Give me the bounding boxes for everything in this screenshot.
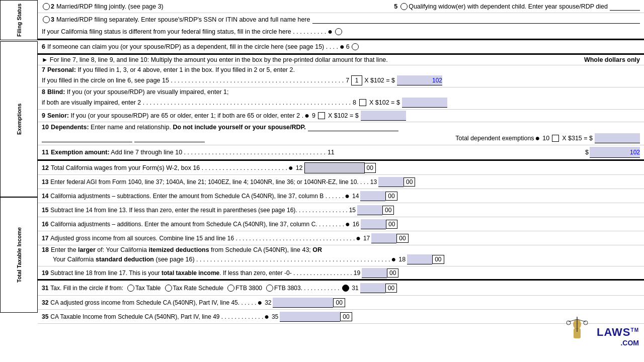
bullet-filled: ● — [328, 27, 333, 36]
row9-multiplier: X $102 = $ — [328, 112, 359, 119]
row7-box[interactable] — [351, 75, 362, 85]
circle-3[interactable] — [43, 16, 50, 23]
row17-linenum: 17 — [363, 235, 370, 242]
row19-text: Subtract line 18 from line 17. This is y… — [50, 269, 352, 277]
row31-num: 31 — [42, 285, 48, 292]
row11-text: Exemption amount: Add line 7 through lin… — [51, 149, 326, 156]
row9-text: Senior: If you (or your spouse/RDP) are … — [47, 112, 303, 119]
row35-text: CA Taxable Income from Schedule CA (540N… — [50, 313, 263, 320]
row9-box[interactable] — [318, 112, 325, 119]
row7-num: 7 — [42, 66, 45, 73]
row10-rel[interactable] — [134, 134, 205, 142]
bullet-17: ● — [356, 234, 361, 243]
row15-linenum: 15 — [349, 207, 356, 214]
row15-amount[interactable] — [357, 205, 382, 215]
row15-num: 15 — [42, 207, 48, 214]
row35-num: 35 — [42, 313, 48, 320]
row13-linenum: 13 — [370, 178, 377, 186]
row2-num: 2 — [51, 3, 54, 10]
row-18: 18 Enter the larger of: Your California … — [38, 245, 644, 266]
row-19: 19 Subtract line 18 from line 17. This i… — [38, 266, 644, 281]
circle-tax-rate[interactable] — [165, 285, 172, 292]
row18-num: 18 — [42, 246, 49, 253]
row3-name-input[interactable] — [312, 16, 640, 24]
row9-result[interactable] — [361, 111, 406, 121]
row7-multiplier: X $102 = $ — [364, 77, 395, 84]
row35-linenum: 35 — [272, 313, 278, 320]
circle-6[interactable] — [352, 43, 359, 50]
row11-num: 11 — [42, 149, 49, 156]
circle-ftb3800[interactable] — [227, 285, 234, 292]
row6-linenum: 6 — [346, 43, 350, 50]
row32-cents: 00 — [333, 298, 345, 307]
row-13: 13 Enter federal AGI from Form 1040, lin… — [38, 175, 644, 189]
row12-amount[interactable] — [304, 162, 365, 173]
row16-num: 16 — [42, 221, 48, 228]
row10-result[interactable] — [595, 133, 640, 143]
row10-linenum: 10 — [542, 135, 549, 142]
row18-text1: Enter the larger of: Your California ite… — [51, 246, 322, 253]
row10-box[interactable] — [552, 135, 559, 142]
row8-num: 8 — [42, 88, 45, 96]
page-container: Filing Status 2 Married/RDP filing joint… — [0, 0, 644, 362]
row8-result[interactable] — [402, 98, 447, 108]
row8-box[interactable] — [359, 99, 366, 106]
row10-multiplier: X $315 = $ — [562, 135, 593, 142]
row12-num: 12 — [42, 164, 49, 171]
circle-5[interactable] — [400, 3, 408, 10]
row16-amount[interactable] — [361, 219, 386, 229]
row32-amount[interactable] — [273, 298, 333, 308]
justice-svg — [564, 314, 591, 347]
row-35: 35 CA Taxable Income from Schedule CA (5… — [38, 310, 644, 324]
circle-3-sub[interactable] — [335, 28, 342, 35]
row13-text: Enter federal AGI from Form 1040, line 3… — [50, 178, 368, 186]
circle-tax-table[interactable] — [127, 285, 134, 292]
row-17: 17 Adjusted gross income from all source… — [38, 231, 644, 245]
row8-text: Blind: If you (or your spouse/RDP) are v… — [47, 88, 229, 96]
row-6: 6 If someone can claim you (or your spou… — [38, 40, 644, 55]
row9-num: 9 — [42, 112, 45, 119]
row16-linenum: 16 — [353, 221, 359, 228]
row19-amount[interactable] — [362, 268, 387, 278]
row31-amount[interactable] — [360, 283, 385, 293]
bullet-10: ● — [535, 134, 540, 143]
row16-cents: 00 — [386, 220, 397, 229]
row5-input[interactable] — [610, 3, 640, 11]
row14-amount[interactable] — [360, 191, 385, 201]
row18-amount[interactable] — [407, 254, 432, 264]
row-16: 16 California adjustments – additions. E… — [38, 217, 644, 231]
row8-multiplier: X $102 = $ — [369, 99, 400, 106]
row7-text: Personal: If you filled in 1, 3, or 4 ab… — [47, 66, 295, 73]
dotcom: .COM — [620, 339, 639, 347]
row11-result[interactable] — [590, 147, 640, 158]
row17-amount[interactable] — [371, 233, 396, 243]
laws-logo-block: LAWSTM .COM — [597, 326, 639, 347]
row-12: 12 Total California wages from your Form… — [38, 161, 644, 175]
circle-31-filled[interactable] — [342, 285, 349, 292]
row10-total-text: Total dependent exemptions — [455, 135, 534, 142]
circle-ftb3803[interactable] — [266, 285, 273, 292]
row32-linenum: 32 — [265, 299, 271, 306]
circle-2[interactable] — [43, 3, 50, 10]
row-7: 7 Personal: If you filled in 1, 3, or 4 … — [38, 65, 644, 87]
dollar-11: $ — [585, 149, 589, 156]
row10-name1[interactable] — [308, 123, 398, 131]
svg-point-4 — [567, 321, 571, 325]
row7-result[interactable] — [397, 75, 442, 85]
opt2-label: Tax Rate Schedule — [173, 285, 224, 292]
row10-name2[interactable] — [42, 134, 132, 142]
row12-linenum: 12 — [296, 164, 303, 171]
main-content: 2 Married/RDP filing jointly. (see page … — [38, 0, 644, 362]
row5-num: 5 — [394, 3, 397, 10]
row35-amount[interactable] — [280, 312, 340, 322]
row14-num: 14 — [42, 193, 48, 200]
row18-linenum: 18 — [398, 256, 406, 263]
row31-linenum: 31 — [352, 285, 358, 292]
row-14: 14 California adjustments – subtractions… — [38, 189, 644, 203]
bullet-14: ● — [345, 192, 350, 201]
row13-cents: 00 — [404, 177, 415, 187]
row13-amount[interactable] — [378, 177, 404, 187]
bullet-18: ● — [391, 255, 396, 264]
row9-linenum: 9 — [312, 112, 315, 119]
row19-cents: 00 — [387, 268, 398, 278]
